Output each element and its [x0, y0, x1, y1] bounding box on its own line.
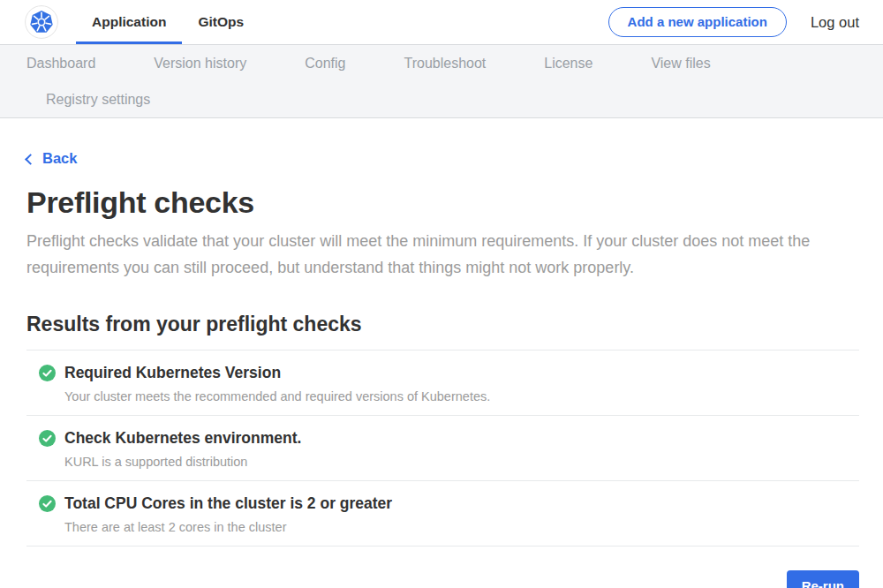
header-tabs: Application GitOps [76, 0, 260, 44]
check-detail: KURL is a supported distribution [64, 455, 301, 469]
header-actions: Add a new application Log out [608, 7, 859, 38]
check-pass-icon [39, 495, 56, 512]
results-heading: Results from your preflight checks [26, 313, 859, 350]
subnav-item-version-history[interactable]: Version history [154, 56, 246, 72]
check-pass-icon [39, 430, 56, 447]
subnav-item-view-files[interactable]: View files [651, 56, 710, 72]
app-sub-nav: Dashboard Version history Config Trouble… [0, 44, 883, 118]
page-description: Preflight checks validate that your clus… [26, 228, 859, 281]
tab-gitops-label: GitOps [198, 14, 244, 30]
check-title: Check Kubernetes environment. [64, 429, 301, 448]
check-body: Check Kubernetes environment. KURL is a … [64, 429, 301, 469]
subnav-item-license[interactable]: License [544, 56, 592, 72]
check-body: Required Kubernetes Version Your cluster… [64, 364, 490, 403]
subnav-row-2: Registry settings [26, 81, 857, 117]
tab-application[interactable]: Application [76, 0, 182, 44]
kubernetes-logo-icon [25, 5, 58, 39]
subnav-item-dashboard[interactable]: Dashboard [26, 56, 95, 72]
top-nav: Application GitOps Add a new application… [0, 0, 883, 44]
subnav-item-registry-settings[interactable]: Registry settings [46, 92, 150, 108]
check-row-kubernetes-environment: Check Kubernetes environment. KURL is a … [26, 416, 859, 481]
back-link[interactable]: Back [26, 150, 77, 167]
chevron-left-icon [25, 154, 36, 165]
check-title: Total CPU Cores in the cluster is 2 or g… [64, 494, 392, 513]
back-label: Back [42, 150, 77, 167]
tab-application-label: Application [92, 14, 166, 30]
subnav-item-troubleshoot[interactable]: Troubleshoot [404, 56, 486, 72]
check-row-cpu-cores: Total CPU Cores in the cluster is 2 or g… [26, 481, 859, 547]
logout-link[interactable]: Log out [811, 14, 859, 31]
check-title: Required Kubernetes Version [64, 364, 490, 382]
preflight-results-list: Required Kubernetes Version Your cluster… [26, 350, 859, 547]
subnav-item-config[interactable]: Config [305, 56, 345, 72]
main-content: Back Preflight checks Preflight checks v… [0, 118, 883, 588]
admin-console-page: Application GitOps Add a new application… [0, 0, 883, 588]
check-detail: There are at least 2 cores in the cluste… [64, 520, 392, 534]
rerun-button[interactable]: Re-run [787, 570, 859, 588]
subnav-row-1: Dashboard Version history Config Trouble… [26, 45, 857, 81]
add-new-application-button[interactable]: Add a new application [608, 7, 787, 38]
tab-gitops[interactable]: GitOps [182, 0, 260, 44]
footer-actions: Re-run [26, 547, 859, 588]
check-detail: Your cluster meets the recommended and r… [64, 389, 490, 403]
check-body: Total CPU Cores in the cluster is 2 or g… [64, 494, 392, 534]
check-row-kubernetes-version: Required Kubernetes Version Your cluster… [26, 351, 859, 416]
page-title: Preflight checks [26, 185, 859, 220]
check-pass-icon [39, 365, 56, 381]
